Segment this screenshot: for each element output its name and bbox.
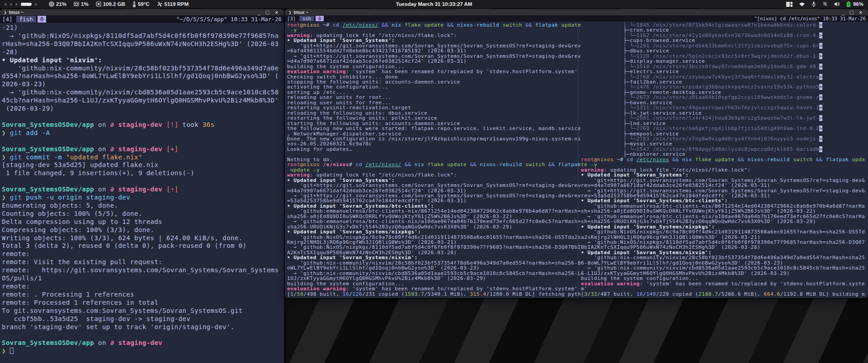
menu-bar: 21% 1% 109.2 GB 59°C 5119 RPM Tuesday Ma…: [0, 0, 868, 8]
memory-stat-widget[interactable]: 1%: [74, 1, 89, 7]
terminal-line: Sovran_SystemsOSDev/app on ∂ staging-dev…: [2, 121, 282, 129]
fan-rpm: 5119 RPM: [165, 1, 189, 7]
terminal-line: branch 'staging-dev' set up to track 'or…: [2, 323, 282, 331]
tmux-pane-divider[interactable]: [578, 22, 578, 297]
tmux-session-badge: [3]: [287, 16, 296, 21]
terminal-line: ❯ git add -A: [2, 129, 282, 137]
terminal-line: root@nixos /e/nixos# cd /etc/nixos/ && n…: [287, 162, 577, 167]
terminal-line: → 'github:nix-community/nixvim/cbd8536a0…: [2, 88, 282, 97]
cpu-usage: 21%: [56, 1, 66, 7]
terminal-line: root@nixos ~# cd /etc/nixos/ && nix flak…: [287, 23, 577, 28]
terminal-line: 45cb?narHash=sha256-L1UJ/zxKTyyaGGmytH6O…: [2, 97, 282, 105]
terminal-line: [2, 113, 282, 121]
terminal-line: Delta compression using up to 12 threads: [2, 218, 282, 226]
terminal-line: rHash=sha256-D3Q07BbIA2KnTcSXIqqu9P586uW…: [2, 40, 282, 48]
tiling-layout-icon[interactable]: [786, 2, 793, 7]
terminal-app-icon: ❯: [288, 10, 292, 14]
memory-usage: 1%: [81, 1, 89, 7]
temperature-stat-widget[interactable]: 59°C: [132, 1, 150, 7]
terminal-line: remote:: [2, 250, 282, 258]
disk-stat-widget[interactable]: 109.2 GB: [96, 1, 125, 7]
volume-icon[interactable]: [834, 1, 840, 7]
terminal-line: evaluation warning: 'system' has been re…: [581, 281, 867, 286]
terminal-line: ❯ git push -u origin staging-dev: [2, 194, 282, 202]
terminal-line: remote:: [2, 283, 282, 291]
terminal-line: ❯: [2, 347, 282, 355]
thermometer-icon: [132, 1, 136, 7]
workspace-indicators[interactable]: [5, 3, 37, 6]
terminal-line: OS/pulls/1: [2, 275, 282, 283]
terminal-cursor: [10, 348, 14, 354]
terminal-line: (2026-03-29): [2, 105, 282, 113]
terminal-line: -21): [2, 24, 282, 32]
fish-terminal-pane[interactable]: -21) → 'github:NixOS/nixpkgs/8110df5ad7a…: [2, 24, 282, 362]
nixos-rebuild-left-pane[interactable]: root@nixos ~# cd /etc/nixos/ && nix flak…: [287, 23, 577, 297]
disk-icon: [96, 1, 101, 7]
terminal-line: • Updated input 'nixvim':: [2, 56, 282, 65]
terminal-line: 2026-03-23): [2, 80, 282, 88]
window2-controls[interactable]: _ □ ×: [842, 10, 864, 15]
cpu-icon: [49, 1, 54, 7]
terminal-line: Looking for updates…: [287, 147, 577, 152]
battery-percent: 96%: [853, 1, 863, 7]
terminal-line: root@nixos ~# cd /etc/nixos && nix flake…: [581, 157, 867, 162]
window1-titlebar[interactable]: ❯ tmux ~ _ □ ×: [0, 9, 284, 15]
terminal-line: remote: Processed 1 references in total: [2, 299, 282, 307]
terminal-line: [3/33/487 built, 16/140/229 copied (2188…: [581, 292, 867, 297]
tmux-window-index[interactable]: 0: [38, 16, 47, 23]
temperature-value: 59°C: [138, 1, 150, 7]
window1-tmux-statusbar: [4] fish 0 "~/D/S/S/S/app" 10:33 31-Mar-…: [0, 15, 284, 23]
microphone-icon[interactable]: [811, 1, 816, 7]
window1-title: tmux ~: [9, 10, 24, 15]
terminal-line: remote: Visit the existing pull request:: [2, 258, 282, 266]
terminal-line: Total 3 (delta 2), reused 0 (delta 0), p…: [2, 242, 282, 250]
terminal-app-icon: ❯: [4, 10, 7, 14]
terminal-line: [1/50/498 built, 16/120/231 copied (1503…: [287, 292, 577, 297]
terminal-line: remote: . Processing 1 references: [2, 291, 282, 299]
terminal-line: To git.sovransystems.com:Sovran_Systems/…: [2, 307, 282, 315]
terminal-line: Sovran_SystemsOSDev/app on ∂ staging-dev: [2, 339, 282, 347]
tmux-window-name[interactable]: ssh: [299, 16, 314, 21]
memory-icon: [74, 1, 79, 7]
terminal-window-fish: ❯ tmux ~ _ □ × [4] fish 0 "~/D/S/S/S/app…: [0, 9, 284, 363]
window2-title: tmux ~: [294, 10, 309, 15]
tmux-window-index[interactable]: 0: [316, 16, 324, 21]
terminal-line: ccbf5bb..53a5d25 staging-dev -> staging-…: [2, 315, 282, 323]
wifi-icon[interactable]: [799, 2, 805, 7]
terminal-line: [2, 177, 282, 186]
fan-icon: [157, 1, 163, 7]
terminal-line: d554?narHash=sha256-8oWL7YLwElBY9ebYri1L…: [2, 72, 282, 80]
window1-controls[interactable]: _ □ ×: [258, 10, 280, 15]
tmux-status-right: "[nixos] cd /etc/nixos" 10:33 31-Mar-26: [754, 16, 866, 21]
cpu-stat-widget[interactable]: 21%: [49, 1, 66, 7]
terminal-line: Sovran_SystemsOSDev/app on ∂ staging-dev…: [2, 186, 282, 194]
workspace-dot[interactable]: [5, 3, 7, 5]
tmux-window-name[interactable]: fish: [16, 16, 36, 23]
workspace-dot[interactable]: [15, 3, 18, 5]
menu-bar-clock[interactable]: Tuesday March 31 10:33:27 AM: [396, 1, 472, 7]
terminal-line: Enumerating objects: 5, done.: [2, 202, 282, 210]
notifications-muted-icon[interactable]: [822, 1, 828, 7]
terminal-line: 1 file changed, 9 insertions(+), 9 delet…: [2, 169, 282, 177]
tmux-session-badge: [4]: [2, 16, 13, 23]
terminal-line: [staging-dev 53a5d25] updated flake.nix: [2, 161, 282, 169]
terminal-line: Writing objects: 100% (3/3), 624 bytes |…: [2, 234, 282, 242]
disk-free: 109.2 GB: [103, 1, 125, 7]
terminal-line: [2, 331, 282, 339]
terminal-line: Compressing objects: 100% (3/3), done.: [2, 226, 282, 234]
terminal-window-ssh: ❯ tmux ~ _ □ × [3] ssh 0 "[nixos] cd /et…: [285, 9, 868, 298]
window2-tmux-statusbar: [3] ssh 0 "[nixos] cd /etc/nixos" 10:33 …: [285, 15, 868, 22]
terminal-line: → 'github:NixOS/nixpkgs/8110df5ad7abf5d4…: [2, 32, 282, 40]
workspace-dot[interactable]: [35, 3, 37, 5]
terminal-line: -28): [2, 48, 282, 56]
battery-icon: [846, 1, 851, 7]
terminal-line: [2, 137, 282, 145]
terminal-line: 'github:nix-community/nixvim/28c58bf023b…: [2, 65, 282, 73]
workspace-dot[interactable]: [10, 3, 12, 5]
terminal-line: ❯ git commit -m "updated flake.nix": [2, 154, 282, 162]
nixos-rebuild-right-pane[interactable]: │ └─1845 /nix/store/8f1bk94clgiqwaqrsw07…: [581, 23, 867, 297]
battery-widget[interactable]: 96%: [846, 1, 863, 7]
active-workspace-pill[interactable]: [21, 3, 32, 6]
window2-titlebar[interactable]: ❯ tmux ~ _ □ ×: [285, 9, 868, 15]
fan-stat-widget[interactable]: 5119 RPM: [157, 1, 189, 7]
